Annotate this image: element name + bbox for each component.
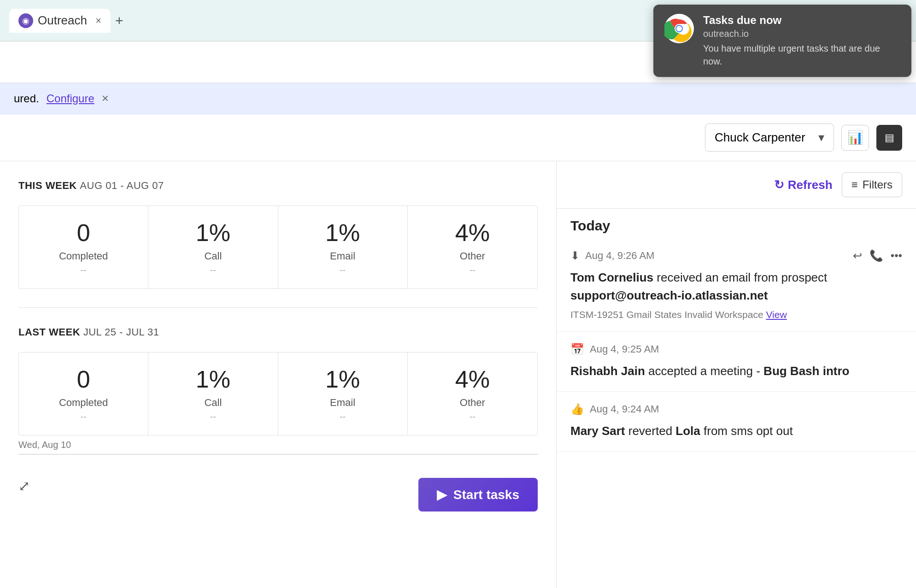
- activity-feed: ⬇ Aug 4, 9:26 AM ↩ 📞 ••• Tom Cornelius r…: [557, 238, 916, 588]
- user-dropdown[interactable]: Chuck Carpenter ▾: [705, 123, 834, 152]
- configure-link[interactable]: Configure: [47, 92, 94, 105]
- activity-verb-2: accepted a meeting -: [648, 364, 763, 378]
- last-week-completed-value: 0: [28, 365, 139, 393]
- new-tab-button[interactable]: +: [115, 13, 123, 29]
- activity-time-row-2: 📅 Aug 4, 9:25 AM: [570, 343, 659, 356]
- start-tasks-button[interactable]: ▶ Start tasks: [418, 478, 538, 512]
- this-week-other-label: Other: [417, 250, 528, 262]
- reply-icon[interactable]: ↩: [853, 249, 862, 262]
- activity-object-2: Bug Bash intro: [763, 364, 849, 378]
- last-week-email-sub: --: [288, 412, 398, 422]
- last-week-call-value: 1%: [158, 365, 268, 393]
- activity-actor-1: Tom Cornelius: [570, 270, 653, 284]
- activity-verb-1: received an email from prospect: [657, 270, 827, 284]
- right-panel: ↻ Refresh ≡ Filters Today ⬇ Aug 4, 9:26 …: [557, 161, 916, 588]
- this-week-stats: 0 Completed -- 1% Call -- 1% Email -- 4%…: [18, 206, 538, 289]
- chrome-icon: [664, 14, 694, 43]
- last-week-call: 1% Call --: [148, 353, 278, 435]
- last-week-other-sub: --: [417, 412, 528, 422]
- configure-close-button[interactable]: ×: [102, 91, 109, 106]
- this-week-other: 4% Other --: [408, 206, 537, 288]
- start-tasks-label: Start tasks: [453, 488, 519, 502]
- activity-meta-3: 👍 Aug 4, 9:24 AM: [570, 403, 902, 416]
- configure-prefix: ured.: [14, 92, 39, 105]
- notification-body: You have multiple urgent tasks that are …: [703, 42, 900, 68]
- activity-meta-2: 📅 Aug 4, 9:25 AM: [570, 343, 902, 356]
- this-week-completed-label: Completed: [28, 250, 139, 262]
- activity-actions-1: ↩ 📞 •••: [853, 249, 902, 262]
- this-week-completed: 0 Completed --: [19, 206, 148, 288]
- notification-site: outreach.io: [703, 29, 900, 39]
- start-tasks-area: ⤢ ▶ Start tasks: [0, 464, 556, 525]
- activity-text-2: Rishabh Jain accepted a meeting - Bug Ba…: [570, 362, 902, 380]
- filters-button[interactable]: ≡ Filters: [842, 172, 902, 197]
- dropdown-arrow-icon: ▾: [818, 130, 824, 145]
- last-week-other-value: 4%: [417, 365, 528, 393]
- this-week-email-label: Email: [288, 250, 398, 262]
- user-name: Chuck Carpenter: [715, 130, 805, 145]
- notification-content: Tasks due now outreach.io You have multi…: [703, 14, 900, 68]
- this-week-section: THIS WEEK AUG 01 - AUG 07 0 Completed --…: [0, 180, 556, 307]
- activity-sub-1: ITSM-19251 Gmail States Invalid Workspac…: [570, 309, 902, 320]
- this-week-other-sub: --: [417, 265, 528, 276]
- right-panel-header: ↻ Refresh ≡ Filters: [557, 161, 916, 209]
- chart-date-label: Wed, Aug 10: [18, 440, 71, 450]
- activity-time-2: Aug 4, 9:25 AM: [590, 343, 659, 355]
- browser-tab[interactable]: ◉ Outreach ×: [9, 9, 111, 33]
- last-week-other: 4% Other --: [408, 353, 537, 435]
- thumbs-up-icon: 👍: [570, 403, 584, 416]
- this-week-label: THIS WEEK: [18, 180, 77, 191]
- activity-time-row-3: 👍 Aug 4, 9:24 AM: [570, 403, 659, 416]
- this-week-header: THIS WEEK AUG 01 - AUG 07: [18, 180, 538, 192]
- refresh-icon: ↻: [774, 178, 784, 192]
- notification-toast: Tasks due now outreach.io You have multi…: [653, 5, 911, 77]
- this-week-completed-value: 0: [28, 219, 139, 247]
- filter-icon: ≡: [851, 178, 858, 191]
- avatar[interactable]: ▤: [876, 125, 902, 151]
- svg-point-2: [676, 26, 682, 31]
- refresh-label: Refresh: [788, 178, 833, 192]
- last-week-dates: JUL 25 - JUL 31: [83, 326, 159, 338]
- activity-item-3: 👍 Aug 4, 9:24 AM Mary Sart reverted Lola…: [557, 392, 916, 452]
- last-week-email: 1% Email --: [278, 353, 408, 435]
- last-week-header: LAST WEEK JUL 25 - JUL 31: [18, 326, 538, 338]
- last-week-section: LAST WEEK JUL 25 - JUL 31 0 Completed --…: [0, 326, 556, 454]
- notification-title: Tasks due now: [703, 14, 900, 27]
- activity-verb2-3: from sms opt out: [704, 424, 793, 438]
- tab-favicon: ◉: [18, 13, 33, 28]
- today-label: Today: [557, 209, 916, 238]
- activity-actor-3: Mary Sart: [570, 424, 625, 438]
- activity-object-3: Lola: [675, 424, 700, 438]
- last-week-completed-label: Completed: [28, 397, 139, 409]
- export-icon[interactable]: ⤢: [18, 478, 30, 512]
- activity-actor-2: Rishabh Jain: [570, 364, 645, 378]
- chart-area: Wed, Aug 10: [0, 454, 556, 455]
- tab-close-button[interactable]: ×: [95, 15, 101, 27]
- more-options-icon[interactable]: •••: [891, 249, 902, 262]
- activity-text-3: Mary Sart reverted Lola from sms opt out: [570, 422, 902, 440]
- tab-title: Outreach: [38, 13, 87, 28]
- last-week-email-label: Email: [288, 397, 398, 409]
- this-week-completed-sub: --: [28, 265, 139, 276]
- activity-time-row-1: ⬇ Aug 4, 9:26 AM: [570, 249, 654, 262]
- last-week-call-label: Call: [158, 397, 268, 409]
- calendar-icon-2: 📅: [570, 343, 584, 356]
- activity-item: ⬇ Aug 4, 9:26 AM ↩ 📞 ••• Tom Cornelius r…: [557, 238, 916, 332]
- this-week-email-sub: --: [288, 265, 398, 276]
- this-week-call-value: 1%: [158, 219, 268, 247]
- last-week-other-label: Other: [417, 397, 528, 409]
- main-content: THIS WEEK AUG 01 - AUG 07 0 Completed --…: [0, 161, 916, 588]
- last-week-completed: 0 Completed --: [19, 353, 148, 435]
- chart-line: [18, 454, 538, 455]
- call-icon[interactable]: 📞: [869, 249, 883, 262]
- activity-sub-link-1[interactable]: View: [766, 309, 787, 320]
- activity-time-1: Aug 4, 9:26 AM: [585, 250, 654, 262]
- this-week-call-label: Call: [158, 250, 268, 262]
- last-week-call-sub: --: [158, 412, 268, 422]
- activity-item-2: 📅 Aug 4, 9:25 AM Rishabh Jain accepted a…: [557, 332, 916, 392]
- this-week-dates: AUG 01 - AUG 07: [80, 180, 164, 191]
- refresh-button[interactable]: ↻ Refresh: [774, 178, 833, 192]
- last-week-label: LAST WEEK: [18, 326, 80, 338]
- bar-chart-button[interactable]: 📊: [841, 125, 869, 151]
- activity-sub-text-1: ITSM-19251 Gmail States Invalid Workspac…: [570, 309, 763, 320]
